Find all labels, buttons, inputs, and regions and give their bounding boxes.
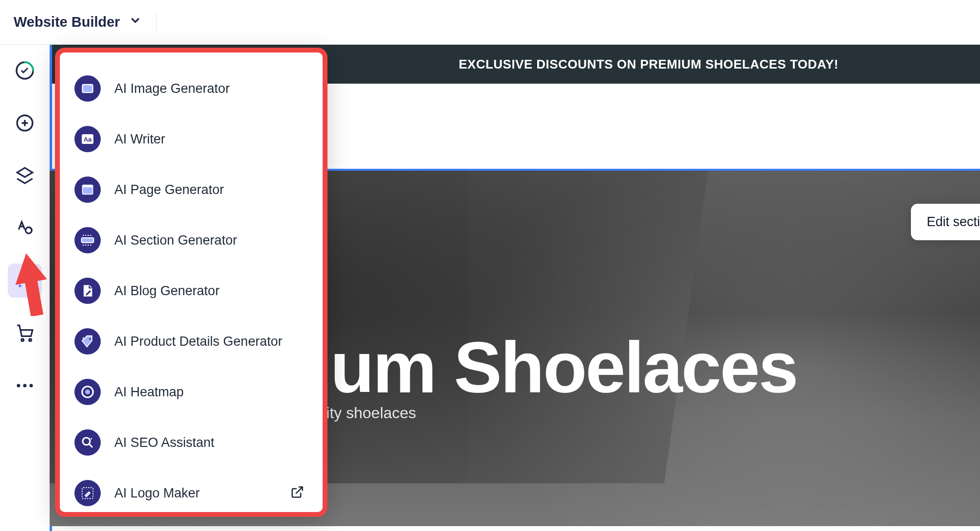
sidebar-layers-button[interactable] (8, 159, 42, 193)
ai-menu-item-section-generator[interactable]: AI Section Generator (70, 215, 313, 266)
ai-menu-item-label: AI SEO Assistant (114, 435, 215, 450)
sidebar-ai-tools-button[interactable] (8, 264, 42, 298)
svg-point-10 (23, 384, 27, 388)
ai-menu-item-heatmap[interactable]: AI Heatmap (70, 367, 313, 417)
svg-rect-12 (83, 85, 93, 92)
ai-menu-item-image-generator[interactable]: AI Image Generator (70, 63, 313, 114)
image-sparkle-icon (74, 75, 101, 102)
text-aa-icon: Aa (74, 126, 101, 152)
hero-title[interactable]: mium Shoelaces (249, 326, 797, 409)
ai-menu-item-page-generator[interactable]: AI Page Generator (70, 164, 313, 215)
section-icon (74, 227, 101, 253)
sidebar-more-button[interactable] (8, 369, 42, 403)
svg-line-24 (90, 444, 92, 447)
edit-section-button[interactable]: Edit secti (911, 204, 980, 240)
sidebar-styles-button[interactable] (8, 211, 42, 245)
external-link-icon (290, 485, 304, 501)
ai-menu-item-label: AI Product Details Generator (114, 334, 282, 349)
search-sparkle-icon (74, 429, 101, 456)
app-title-label: Website Builder (14, 14, 120, 30)
divider (156, 13, 157, 32)
ai-menu-item-label: AI Logo Maker (114, 486, 200, 501)
svg-point-23 (83, 438, 90, 445)
top-bar: Website Builder (0, 0, 980, 45)
ai-menu-item-label: AI Image Generator (114, 81, 230, 96)
sidebar-store-button[interactable] (8, 316, 42, 350)
sidebar-checklist-button[interactable] (8, 53, 42, 88)
svg-rect-17 (82, 238, 94, 243)
announcement-text: EXCLUSIVE DISCOUNTS ON PREMIUM SHOELACES… (459, 57, 838, 72)
svg-point-22 (85, 389, 90, 394)
edit-section-label: Edit secti (926, 214, 980, 229)
ai-menu-item-label: AI Heatmap (114, 385, 184, 400)
svg-point-11 (30, 384, 33, 388)
ai-menu-item-seo-assistant[interactable]: AI SEO Assistant (70, 417, 313, 468)
svg-point-9 (17, 384, 20, 388)
ai-tools-popup: AI Image Generator Aa AI Writer AI Page … (55, 48, 327, 517)
blog-icon (74, 278, 101, 304)
svg-text:Aa: Aa (84, 136, 92, 143)
logo-draw-icon (74, 480, 101, 506)
chevron-down-icon (129, 14, 142, 30)
tag-sparkle-icon (74, 328, 101, 354)
ai-menu-item-label: AI Page Generator (114, 182, 224, 197)
ai-menu-item-blog-generator[interactable]: AI Blog Generator (70, 266, 313, 316)
page-icon (74, 177, 101, 203)
left-sidebar (0, 45, 50, 531)
ai-menu-item-label: AI Writer (114, 132, 165, 147)
svg-rect-16 (83, 185, 93, 188)
svg-point-8 (29, 339, 32, 341)
ai-menu-item-writer[interactable]: Aa AI Writer (70, 114, 313, 164)
ai-menu-item-label: AI Blog Generator (114, 283, 219, 299)
ai-menu-item-logo-maker[interactable]: AI Logo Maker (70, 468, 313, 518)
ai-menu-item-product-details[interactable]: AI Product Details Generator (70, 316, 313, 367)
target-icon (74, 379, 101, 405)
app-title-dropdown[interactable]: Website Builder (14, 14, 142, 30)
svg-point-20 (89, 338, 91, 340)
sidebar-add-button[interactable] (8, 106, 42, 140)
svg-point-7 (21, 339, 24, 341)
svg-marker-4 (17, 168, 33, 177)
ai-menu-item-label: AI Section Generator (114, 233, 237, 248)
